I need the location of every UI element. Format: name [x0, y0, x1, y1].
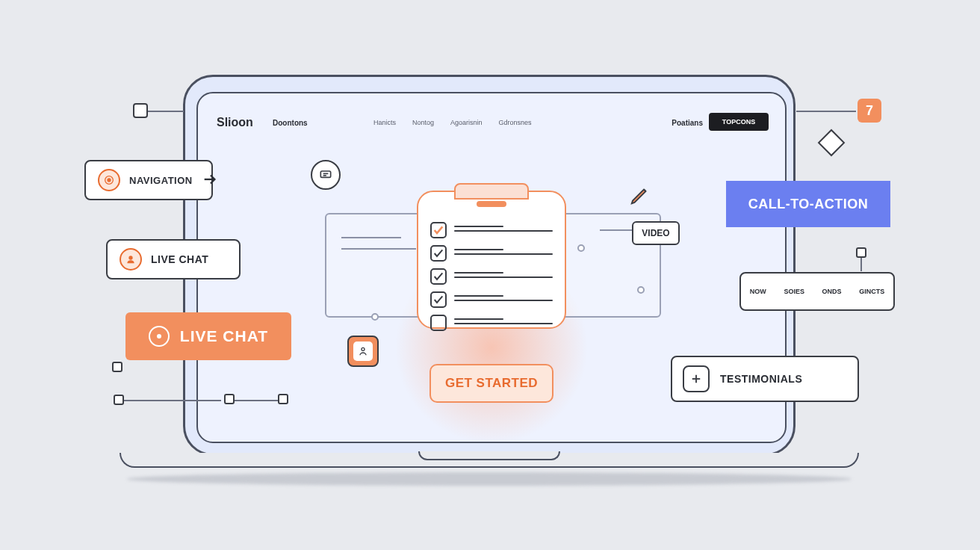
checkbox-checked-icon [430, 291, 447, 308]
annotation-live-chat-small: LIVE CHAT [106, 239, 241, 279]
header-cta-button[interactable]: TOPCONS [709, 113, 769, 131]
mini-tab[interactable]: NOW [750, 288, 766, 295]
laptop-base [120, 453, 859, 468]
plus-icon [683, 365, 710, 392]
deco-node [224, 394, 235, 404]
mini-tab[interactable]: GINCTS [859, 288, 884, 295]
deco-node [112, 362, 122, 372]
checkbox-checked-icon [430, 268, 447, 285]
mini-tab[interactable]: ONDS [822, 288, 842, 295]
deco-line [860, 258, 862, 271]
svg-point-5 [157, 334, 161, 339]
annotation-video: VIDEO [632, 221, 680, 245]
deco-line [124, 400, 221, 401]
annotation-label: NAVIGATION [129, 175, 193, 186]
annotation-label: VIDEO [642, 228, 669, 238]
live-chat-label: LIVE CHAT [180, 327, 268, 345]
deco-node [114, 395, 124, 405]
cta-label: CALL-TO-ACTION [748, 197, 869, 212]
mini-tabs: NOW SOIES ONDS GINCTS [739, 272, 895, 311]
header-right-link[interactable]: Poatians [672, 119, 703, 127]
deco-node [856, 247, 866, 258]
call-to-action-button[interactable]: CALL-TO-ACTION [726, 181, 890, 227]
svg-point-2 [108, 179, 111, 182]
nav-link[interactable]: Agoarisnin [450, 119, 483, 126]
checklist-card [417, 191, 566, 329]
deco-line [235, 400, 278, 401]
deco-line [148, 111, 184, 112]
annotation-testimonials: TESTIMONIALS [671, 356, 859, 402]
arrow-right-icon [202, 171, 218, 190]
clipboard-tab [454, 183, 529, 200]
user-icon [120, 248, 142, 271]
pencil-icon [629, 184, 651, 206]
mini-tab[interactable]: SOIES [784, 288, 804, 295]
svg-point-4 [128, 256, 132, 259]
live-chat-button[interactable]: LIVE CHAT [125, 312, 291, 360]
deco-line [796, 111, 856, 112]
get-started-button[interactable]: GET STARTED [429, 364, 553, 403]
checkbox-checked-icon [430, 245, 447, 262]
badge-value: 7 [866, 103, 873, 119]
chat-bubble-icon [311, 160, 341, 190]
badge-number: 7 [858, 99, 881, 123]
checkbox-checked-icon [430, 222, 447, 238]
target-icon [98, 169, 120, 191]
brand-subtext: Doontons [273, 119, 308, 127]
record-icon [149, 326, 170, 347]
annotation-navigation: NAVIGATION [84, 160, 213, 200]
checkbox-empty-icon [430, 315, 447, 331]
clipboard-handle [477, 201, 506, 207]
feature-icon-box [347, 336, 379, 367]
header-nav: Hanicts Nontog Agoarisnin Gdronsnes [373, 119, 532, 126]
nav-link[interactable]: Hanicts [373, 119, 396, 126]
brand-logo: Slioon [217, 116, 253, 129]
diamond-icon [818, 129, 846, 157]
laptop-shadow [127, 472, 852, 486]
nav-link[interactable]: Nontog [412, 119, 434, 126]
annotation-label: LIVE CHAT [151, 253, 208, 265]
deco-square [133, 103, 148, 118]
svg-point-0 [362, 347, 365, 350]
annotation-label: TESTIMONIALS [720, 373, 802, 385]
nav-link[interactable]: Gdronsnes [499, 119, 532, 126]
deco-node [278, 394, 288, 404]
laptop-notch [418, 451, 560, 460]
